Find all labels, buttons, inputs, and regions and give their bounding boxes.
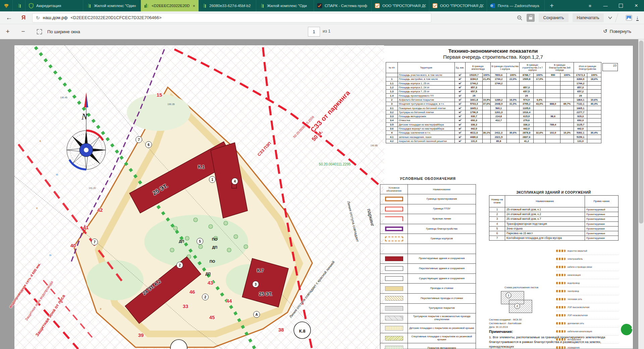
print-button[interactable]: Напечатать [573,13,604,22]
image-panel-icon[interactable] [626,15,632,21]
tep-cell [534,139,546,143]
legend-swatch-frame-black [385,266,403,271]
tep-cell: 32,6% [534,131,546,135]
outlook-favicon: O [490,3,495,8]
tep-row: 3.3Площадь велодорожекм²930,7214,8615,99… [386,114,601,118]
browser-tab-0[interactable] [0,0,13,11]
tep-row: 3.2Тротуары из бетонной плитким²1796,912… [386,110,601,114]
utility-row: кабельная канализация [556,328,619,336]
rotate-button[interactable]: ↺ Повернуть [603,28,631,34]
browser-tab-6[interactable]: Жилой комплекс "Оди [256,0,314,11]
tep-cell [534,110,546,114]
tep-cell: м² [455,81,466,85]
tep-row: Площадь участка всего, в том числе:м²153… [386,73,601,77]
tep-cell [483,106,491,110]
bars-favicon [202,3,207,8]
tep-cell: 1665,1 [574,106,587,110]
tep-col-header: В границах строительства 2 и 7 корпуса [520,62,546,73]
zoom-out-button[interactable]: − [15,28,31,35]
legend-label: Проезды и стоянки [408,284,476,294]
browser-tab-9[interactable]: ООО "ПРОСТОРНАЯ ДО [429,0,487,11]
back-button[interactable]: ← [3,14,15,21]
tep-cell: 98,6 [546,114,560,118]
vertical-scrollbar[interactable] [638,39,644,349]
tep-cell [534,106,546,110]
tep-cell: 279,6 [520,118,534,122]
tep-cell: 5392,1 [574,131,587,135]
browser-tab-8[interactable]: ООО "ПРОСТОРНАЯ ДО [372,0,429,11]
tep-cell: Площадь велодорожек [398,114,455,118]
close-window-button[interactable]: × [629,0,644,11]
lock-icon[interactable] [527,14,535,22]
tep-cell: 25 [466,94,483,98]
tep-cell [507,139,520,143]
legend-swatch-frame-orange [385,197,403,201]
tep-cell: 692,3 [466,118,483,122]
fit-width-icon[interactable] [37,29,42,34]
tep-cell: м² [455,85,466,89]
tep-cell [587,135,601,139]
page-number-input[interactable]: 1 [308,27,320,37]
browser-tab-2[interactable]: Аккредитация [25,0,83,11]
tab-label: <D2EEEC20322E20D1 [152,4,190,8]
tep-cell [560,122,574,127]
legend-swatch-cell [380,194,408,204]
sber-logo[interactable] [620,323,633,336]
legend-label: Детские площадки с покрытием из резиново… [408,323,476,333]
tep-cell: 7893,6 [491,73,507,77]
browser-tab-5[interactable]: 26080e33-627d-45bf-b2 [199,0,256,11]
tep-cell: 1796,9 [466,110,483,114]
legend-swatch-cell [380,313,408,323]
browser-tab-7[interactable]: СПАРК - Система проф [314,0,372,11]
explication-cell: 3 [489,217,505,221]
legend-swatch-cell [380,264,408,274]
bars-favicon [144,3,149,8]
browser-tab-1[interactable] [13,0,25,11]
tep-cell: покрытие из бетонной газонной решетки [398,139,455,143]
tep-cell [546,94,560,98]
browser-tab-10[interactable]: OПочта — Zadorozhnaya [487,0,545,11]
tep-table: № п/пТерриторияЕд. изм.В границах землео… [386,62,601,143]
legend-header: Условное обозначение [380,185,408,194]
tep-cell: 31,0% [507,102,520,106]
address-field[interactable]: ↻ наш.дом.рф <D2EEEC20322E20D1CFCEC7D32E… [32,13,431,22]
browser-tab-3[interactable]: Жилой комплекс "Один [83,0,141,11]
page-count-label: из 1 [323,29,330,34]
utility-line-icon [556,314,566,316]
legend-row: Перспективные проезды и стоянки [380,293,476,303]
legend-label: Перспективные здания и сооружения [408,264,476,274]
save-button[interactable]: Сохранить [539,13,568,22]
sheet-scheme-caption: Схема расположения листов [490,286,552,289]
minimize-button[interactable]: — [598,0,613,11]
fit-width-label[interactable]: По ширине окна [47,29,80,34]
tep-cell: м² [455,73,466,77]
tep-cell: 1744,2 [574,81,587,85]
search-icon[interactable] [517,15,523,21]
tep-cell: Отмостка [398,118,455,122]
tep-row: 4.2покрытие из бетонной газонной решетки… [386,139,601,143]
tep-row: 3Мощения тротуаров и площадок, в т.ч.м²5… [386,102,601,106]
browser-menu-button[interactable]: ≡ [582,0,598,11]
download-icon[interactable]: ↓ [636,15,639,21]
tep-cell [507,110,520,114]
zoom-in-button[interactable]: + [0,28,15,35]
gerb-favicon [4,3,9,8]
tab-close-icon[interactable]: × [193,3,195,8]
legend-row: Границы корпусов [380,234,476,244]
scrollbar-thumb[interactable] [639,41,643,223]
tep-cell: 1744,2 [491,81,507,85]
tep-cell: 25 [520,94,534,98]
new-tab-button[interactable]: + [545,0,559,11]
reload-icon[interactable]: ↻ [36,15,40,20]
chevron-down-icon[interactable] [608,16,612,19]
browser-tab-4[interactable]: <D2EEEC20322E20D1× [141,0,199,11]
restore-button[interactable] [613,0,629,11]
tep-cell: м² [455,94,466,98]
yandex-logo[interactable]: Я [15,14,32,21]
tep-cell [587,81,601,85]
tep-row: 3.6Площадка воркаут из мастерфайберам²44… [386,127,601,131]
tep-cell: 8788,7 [520,73,534,77]
tep-cell [560,81,574,85]
legend-row: Тротуарное покрытие с возможностью проез… [380,313,476,323]
window-controls: ≡ — × [582,0,644,11]
